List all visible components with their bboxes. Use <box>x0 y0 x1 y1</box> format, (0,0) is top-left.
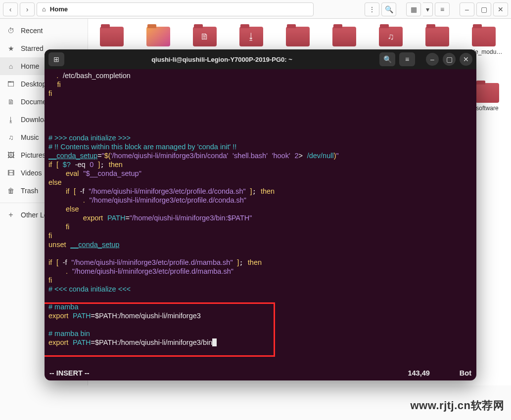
mamba-bin-path-export: =$PATH:/home/qiushi-li/miniforge3/bin <box>91 338 213 346</box>
clock-icon: ⏱ <box>7 27 15 35</box>
comment: # >>> conda initialize >>> <box>48 134 131 142</box>
path-bar[interactable]: ⌂ Home <box>37 2 314 16</box>
folder-icon <box>286 27 310 46</box>
folder-icon <box>100 27 124 46</box>
sidebar-item-label: Trash <box>21 187 38 195</box>
path-export: "/home/qiushi-li/miniforge3/bin:$PATH" <box>130 214 252 222</box>
folder-icon <box>425 27 449 46</box>
terminal-search-button[interactable]: 🔍 <box>379 52 395 66</box>
search-button[interactable]: 🔍 <box>381 2 396 16</box>
conda-bin-path: '/home/qiushi-li/miniforge3/bin/conda' <box>111 152 229 160</box>
conda-sh-path: "/home/qiushi-li/miniforge3/etc/profile.… <box>89 187 245 195</box>
vim-mode: -- INSERT -- <box>49 369 90 378</box>
hamburger-menu-button[interactable]: ≡ <box>435 2 450 16</box>
vim-status-line: -- INSERT -- 143,49 Bot <box>49 369 471 378</box>
folder-glyph-icon: 🗎 <box>193 27 217 46</box>
terminal-minimize-button[interactable]: – <box>426 53 439 66</box>
folder-glyph-icon: ⭳ <box>239 27 263 46</box>
vim-scroll-indicator: Bot <box>460 369 471 378</box>
picture-icon: 🖼 <box>7 151 15 159</box>
sidebar-item-label: Desktop <box>21 80 46 88</box>
conda-setup-var: __conda_setup <box>70 241 119 249</box>
sidebar-item-label: Starred <box>21 44 44 52</box>
mamba-sh-source: "/home/qiushi-li/miniforge3/etc/profile.… <box>72 267 233 275</box>
terminal-title: qiushi-li@qiushili-Legion-Y7000P-2019-PG… <box>68 56 375 63</box>
view-dropdown-button[interactable]: ▾ <box>423 2 433 16</box>
folder-icon <box>332 27 356 46</box>
folder-icon <box>146 27 170 46</box>
folder-icon: ♫ <box>379 27 403 46</box>
view-icons-button[interactable]: ▦ <box>406 2 421 16</box>
comment: # mamba <box>48 303 78 311</box>
comment: # mamba bin <box>48 330 90 337</box>
folder-glyph-icon: ♫ <box>379 27 403 46</box>
terminal-close-button[interactable]: ✕ <box>460 53 472 66</box>
folder-icon <box>472 27 496 46</box>
terminal-body[interactable]: . /etc/bash_completion fi fi # >>> conda… <box>45 69 476 380</box>
str: "$__conda_setup" <box>83 169 141 177</box>
bash-completion-path: /etc/bash_completion <box>63 72 131 80</box>
plus-icon: + <box>7 210 15 219</box>
sidebar-item-label: Videos <box>21 169 42 177</box>
mamba-sh-path: "/home/qiushi-li/miniforge3/etc/profile.… <box>71 258 232 266</box>
sidebar-item-recent[interactable]: ⏱Recent <box>0 22 88 40</box>
music-icon: ♫ <box>7 133 15 141</box>
vim-cursor-pos: 143,49 <box>408 369 429 378</box>
folder-label: software <box>476 105 498 112</box>
kebab-menu-button[interactable]: ⋮ <box>365 2 379 16</box>
terminal-titlebar: ⊞ qiushi-li@qiushili-Legion-Y7000P-2019-… <box>45 49 476 69</box>
home-icon: ⌂ <box>7 62 15 70</box>
nav-forward-button[interactable]: › <box>20 2 35 16</box>
str: 'hook' <box>272 152 290 160</box>
comment: # !! Contents within this block are mana… <box>48 143 236 151</box>
fm-toolbar: ‹ › ⌂ Home ⋮ 🔍 ▦ ▾ ≡ – ▢ ✕ <box>0 0 511 19</box>
path-label: Home <box>50 5 68 13</box>
sidebar-item-label: Music <box>21 133 39 141</box>
video-icon: 🎞 <box>7 169 15 177</box>
mamba-path-export: =$PATH:/home/qiushi-li/miniforge3 <box>91 312 201 320</box>
new-tab-button[interactable]: ⊞ <box>48 52 64 66</box>
desktop-icon: 🗔 <box>7 80 15 88</box>
str: 'shell.bash' <box>232 152 268 160</box>
terminal-maximize-button[interactable]: ▢ <box>443 53 456 66</box>
home-icon: ⌂ <box>42 5 46 13</box>
download-icon: ⭳ <box>7 116 15 124</box>
window-maximize-button[interactable]: ▢ <box>476 2 491 16</box>
nav-back-button[interactable]: ‹ <box>3 2 18 16</box>
sidebar-item-label: Home <box>21 62 39 70</box>
terminal-menu-button[interactable]: ≡ <box>399 52 415 66</box>
window-minimize-button[interactable]: – <box>460 2 474 16</box>
sidebar-item-label: Recent <box>21 27 43 35</box>
watermark: www.rjtj.cn软荐网 <box>410 398 504 413</box>
sidebar-item-label: Pictures <box>21 151 46 159</box>
window-close-button[interactable]: ✕ <box>493 2 508 16</box>
folder-icon <box>475 83 499 103</box>
cursor <box>212 338 217 346</box>
star-icon: ★ <box>7 44 15 52</box>
trash-icon: 🗑 <box>7 187 15 195</box>
terminal-window: ⊞ qiushi-li@qiushili-Legion-Y7000P-2019-… <box>45 49 476 380</box>
folder-icon: ⭳ <box>239 27 263 46</box>
folder-icon: 🗎 <box>193 27 217 46</box>
conda-sh-source: "/home/qiushi-li/miniforge3/etc/profile.… <box>90 196 246 204</box>
comment: # <<< conda initialize <<< <box>48 285 131 293</box>
devnull: /dev/null <box>307 152 334 160</box>
document-icon: 🗎 <box>7 98 15 106</box>
